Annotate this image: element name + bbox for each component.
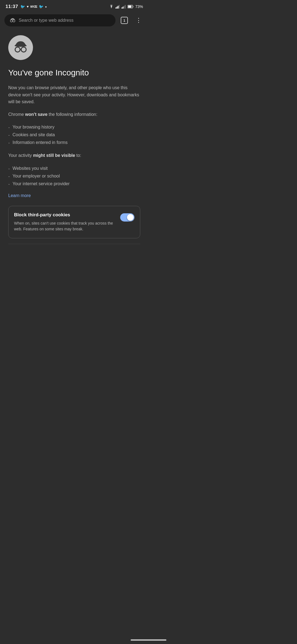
list-item: Your internet service provider	[8, 180, 140, 188]
svg-rect-1	[117, 7, 117, 9]
signal-icon	[116, 5, 120, 9]
status-left: 11:37 🐦 ♥ WYZE 🐦 ●	[6, 4, 47, 9]
wont-save-list: Your browsing history Cookies and site d…	[8, 123, 140, 146]
status-icons-left: 🐦 ♥ WYZE 🐦 ●	[20, 4, 47, 9]
address-bar-row: Search or type web address 1 ⋮	[0, 12, 148, 30]
cookie-card: Block third-party cookies When on, sites…	[8, 206, 140, 238]
svg-rect-9	[128, 6, 131, 8]
list-item: Cookies and site data	[8, 131, 140, 139]
svg-rect-10	[133, 6, 133, 7]
list-item: Your employer or school	[8, 172, 140, 180]
app-icon-1: 🐦	[20, 4, 25, 9]
status-time: 11:37	[6, 4, 18, 9]
battery-percent: 73%	[135, 4, 143, 9]
incognito-bar-icon	[9, 18, 16, 23]
list-item: Websites you visit	[8, 165, 140, 172]
svg-rect-7	[125, 5, 126, 9]
toggle-thumb	[127, 214, 134, 221]
page-title: You've gone Incognito	[8, 68, 140, 78]
more-dots-icon: ⋮	[136, 17, 142, 23]
svg-point-12	[13, 20, 15, 22]
app-icon-4: 🐦	[39, 4, 43, 9]
svg-point-11	[10, 20, 13, 22]
svg-rect-4	[122, 7, 122, 9]
list-item: Information entered in forms	[8, 139, 140, 146]
svg-rect-6	[124, 6, 125, 9]
tab-count-box: 1	[121, 17, 128, 24]
cookie-toggle-container[interactable]	[120, 213, 134, 222]
svg-point-14	[15, 45, 27, 47]
bottom-divider	[8, 244, 140, 244]
dot-icon: ●	[45, 5, 47, 8]
svg-rect-2	[118, 6, 119, 9]
app-icon-2: ♥	[27, 5, 29, 9]
cookie-card-title: Block third-party cookies	[14, 212, 116, 218]
learn-more-link[interactable]: Learn more	[8, 193, 31, 198]
svg-rect-0	[116, 7, 116, 9]
cookie-card-description: When on, sites can't use cookies that tr…	[14, 220, 116, 232]
intro-text: Now you can browse privately, and other …	[8, 84, 140, 105]
signal-icon-2	[122, 5, 126, 9]
main-content: You've gone Incognito Now you can browse…	[0, 30, 148, 255]
cookie-card-text: Block third-party cookies When on, sites…	[14, 212, 116, 232]
status-icons-right: 73%	[109, 4, 143, 9]
app-icon-3: WYZE	[30, 5, 37, 8]
svg-point-16	[21, 47, 26, 52]
list-item: Your browsing history	[8, 123, 140, 131]
wont-save-text: Chrome won't save the following informat…	[8, 111, 140, 118]
tab-count-button[interactable]: 1	[119, 15, 130, 26]
status-bar: 11:37 🐦 ♥ WYZE 🐦 ●	[0, 0, 148, 12]
visible-text: Your activity might still be visible to:	[8, 152, 140, 159]
incognito-icon	[13, 40, 29, 56]
wifi-icon	[109, 5, 114, 9]
svg-point-15	[15, 47, 20, 52]
visible-list: Websites you visit Your employer or scho…	[8, 165, 140, 188]
incognito-avatar	[8, 35, 33, 60]
svg-rect-3	[119, 5, 120, 9]
battery-icon	[128, 5, 134, 8]
cookie-toggle[interactable]	[120, 213, 134, 222]
svg-rect-5	[123, 7, 123, 9]
address-bar[interactable]: Search or type web address	[4, 14, 116, 26]
more-menu-button[interactable]: ⋮	[133, 15, 144, 26]
address-bar-placeholder: Search or type web address	[19, 18, 111, 23]
